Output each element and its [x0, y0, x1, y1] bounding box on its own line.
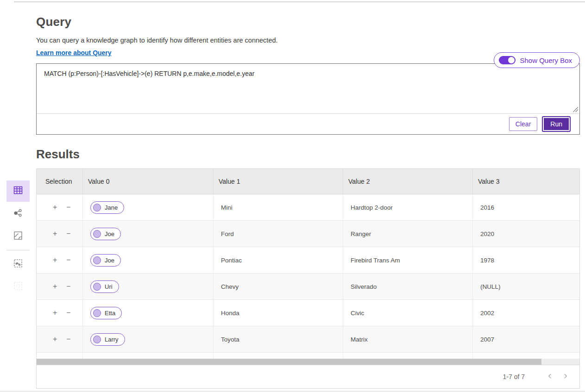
value-cell: [214, 353, 343, 359]
value-cell: Ford: [214, 221, 343, 247]
clear-button[interactable]: Clear: [509, 117, 537, 131]
column-header: Value 1: [214, 169, 343, 194]
entity-node-icon: [93, 309, 101, 317]
pagination-prev-button[interactable]: [542, 371, 558, 382]
entity-name: Etta: [105, 310, 115, 317]
view-button-table-view[interactable]: [6, 180, 30, 202]
top-divider: [14, 1, 585, 2]
remove-from-selection-button[interactable]: −: [65, 255, 71, 265]
value-cell: Toyota: [214, 326, 343, 352]
selection-cell: +−: [37, 221, 83, 247]
chevron-left-icon: [547, 373, 553, 379]
value-cell: Chevy: [214, 274, 343, 299]
value-cell: Matrix: [343, 326, 473, 352]
chevron-right-icon: [562, 373, 568, 379]
query-input[interactable]: MATCH (p:Person)-[:HasVehicle]->(e) RETU…: [37, 64, 579, 113]
table-view-icon: [13, 185, 24, 198]
selection-cell: +−: [37, 194, 83, 220]
remove-from-selection-button[interactable]: −: [65, 229, 71, 238]
entity-node-icon: [93, 336, 101, 343]
entity-cell: Etta: [83, 300, 214, 326]
remove-from-selection-button[interactable]: −: [65, 282, 71, 291]
entity-pill[interactable]: Uri: [90, 280, 119, 293]
entity-pill[interactable]: Jane: [90, 201, 124, 214]
add-to-selection-button[interactable]: +: [52, 229, 58, 238]
view-button-link-chart-view[interactable]: [6, 203, 30, 224]
selection-cell: +−: [37, 353, 83, 359]
rail-divider: [6, 250, 30, 250]
page-title: Query: [36, 15, 580, 29]
selection-cell: +−: [37, 300, 83, 326]
column-header: Value 0: [83, 169, 214, 194]
link-chart-view-icon: [13, 207, 24, 220]
toggle-switch-icon: [499, 56, 516, 64]
results-title: Results: [36, 147, 580, 162]
view-button-map-overlay-view[interactable]: [6, 254, 30, 275]
table-row: +−: [37, 353, 579, 359]
entity-cell: Uri: [83, 274, 214, 299]
add-to-selection-button[interactable]: +: [52, 255, 58, 265]
entity-name: Joe: [105, 230, 114, 237]
entity-name: Joe: [105, 257, 114, 264]
selection-cell: +−: [37, 247, 83, 273]
add-to-selection-button[interactable]: +: [52, 282, 58, 291]
value-cell: [473, 353, 579, 359]
entity-node-icon: [93, 230, 101, 238]
horizontal-scrollbar-thumb[interactable]: [37, 359, 541, 365]
entity-name: Larry: [105, 336, 119, 343]
entity-pill[interactable]: Etta: [90, 307, 122, 319]
view-button-layout-view: [6, 276, 30, 298]
column-header: Selection: [37, 169, 83, 194]
value-cell: Civic: [343, 300, 473, 326]
entity-pill[interactable]: Joe: [90, 228, 121, 240]
selection-cell: +−: [37, 274, 83, 299]
value-cell: 2007: [473, 326, 579, 352]
value-cell: 2016: [473, 194, 579, 220]
table-header-row: SelectionValue 0Value 1Value 2Value 3: [37, 169, 579, 194]
query-page: Query You can query a knowledge graph to…: [0, 15, 585, 389]
pagination-next-button[interactable]: [558, 371, 573, 382]
remove-from-selection-button[interactable]: −: [65, 203, 71, 212]
entity-node-icon: [93, 283, 101, 291]
value-cell: 2002: [473, 300, 579, 326]
table-row: +−EttaHondaCivic2002: [37, 300, 579, 326]
add-to-selection-button[interactable]: +: [52, 335, 58, 344]
value-cell: Honda: [214, 300, 343, 326]
entity-node-icon: [93, 256, 101, 264]
value-cell: Firebird Trans Am: [343, 247, 473, 273]
remove-from-selection-button[interactable]: −: [65, 335, 71, 344]
entity-name: Jane: [105, 204, 118, 211]
results-table-card: SelectionValue 0Value 1Value 2Value 3 +−…: [36, 168, 580, 389]
entity-pill[interactable]: Larry: [90, 333, 125, 346]
entity-node-icon: [93, 204, 101, 212]
value-cell: Mini: [214, 194, 343, 220]
view-icon-rail: [6, 180, 30, 299]
value-cell: Pontiac: [214, 247, 343, 273]
run-button[interactable]: Run: [543, 117, 570, 131]
entity-cell: Jane: [83, 194, 214, 220]
bottom-divider: [0, 391, 585, 392]
value-cell: Silverado: [343, 274, 473, 299]
add-to-selection-button[interactable]: +: [52, 308, 58, 317]
value-cell: [343, 353, 473, 359]
query-actions: Clear Run: [37, 113, 579, 134]
entity-cell: Larry: [83, 326, 214, 352]
value-cell: (NULL): [473, 274, 579, 299]
learn-more-link[interactable]: Learn more about Query: [36, 49, 112, 56]
remove-from-selection-button[interactable]: −: [65, 308, 71, 317]
toggle-label: Show Query Box: [520, 56, 572, 64]
value-cell: 2020: [473, 221, 579, 247]
page-description: You can query a knowledge graph to ident…: [36, 37, 580, 44]
table-row: +−JaneMiniHardtop 2-door2016: [37, 194, 579, 221]
map-view-icon: [13, 230, 24, 243]
entity-cell: [83, 353, 214, 359]
view-button-map-view[interactable]: [6, 226, 30, 247]
add-to-selection-button[interactable]: +: [52, 203, 58, 212]
table-row: +−JoePontiacFirebird Trans Am1978: [37, 247, 579, 274]
entity-pill[interactable]: Joe: [90, 254, 121, 267]
table-row: +−LarryToyotaMatrix2007: [37, 326, 579, 353]
value-cell: Hardtop 2-door: [343, 194, 473, 220]
value-cell: Ranger: [343, 221, 473, 247]
entity-cell: Joe: [83, 247, 214, 273]
horizontal-scrollbar: [37, 359, 579, 365]
